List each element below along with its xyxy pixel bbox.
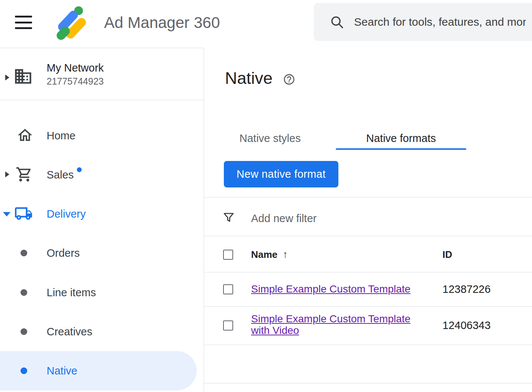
sidebar-item-label: Creatives <box>47 325 93 338</box>
column-header-label: Name <box>251 248 278 261</box>
top-bar: Ad Manager 360 <box>0 0 532 48</box>
column-header-name[interactable]: Name ↑ <box>251 248 288 261</box>
network-building-icon <box>13 67 33 86</box>
ad-manager-logo-icon <box>54 6 90 41</box>
tab-native-styles[interactable]: Native styles <box>204 127 336 150</box>
divider <box>204 236 532 236</box>
network-selector[interactable]: My Network 21775744923 <box>0 57 204 98</box>
app-title: Ad Manager 360 <box>104 13 220 32</box>
search-input[interactable] <box>354 16 526 28</box>
filter-icon[interactable] <box>222 211 236 225</box>
sidebar-item-native[interactable]: Native <box>0 351 197 391</box>
native-format-link[interactable]: Simple Example Custom Template with Vide… <box>251 313 428 336</box>
divider <box>204 272 532 272</box>
tab-label: Native styles <box>240 132 301 145</box>
network-name: My Network <box>47 61 104 74</box>
page-title: Native <box>225 69 273 88</box>
sidebar-item-creatives[interactable]: Creatives <box>0 312 204 351</box>
sidebar-item-orders[interactable]: Orders <box>0 233 204 272</box>
bullet-icon <box>21 328 27 335</box>
native-format-id: 12387226 <box>442 283 491 295</box>
divider <box>204 383 532 383</box>
main-content: Native Native styles Native formats New … <box>204 48 532 392</box>
divider <box>204 345 532 345</box>
bullet-icon <box>21 250 27 256</box>
help-icon[interactable] <box>283 73 295 86</box>
page-title-row: Native <box>225 69 295 88</box>
sidebar-item-label: Line items <box>47 286 96 298</box>
row-checkbox[interactable] <box>223 284 233 294</box>
expand-right-icon <box>5 75 9 80</box>
native-format-link[interactable]: Simple Example Custom Template <box>251 283 410 295</box>
active-tab-indicator <box>336 148 466 150</box>
sort-ascending-icon[interactable]: ↑ <box>283 248 288 261</box>
sidebar-item-label: Orders <box>47 247 80 259</box>
cart-icon <box>16 166 33 183</box>
ad-manager-app: Ad Manager 360 My Network 21775744923 <box>0 0 532 392</box>
global-search[interactable] <box>314 3 532 41</box>
tab-bar: Native styles Native formats <box>204 127 532 150</box>
sidebar-item-label: Home <box>47 129 75 142</box>
sidebar-item-delivery[interactable]: Delivery <box>0 194 204 233</box>
tab-label: Native formats <box>366 132 436 145</box>
expand-right-icon <box>5 171 9 177</box>
sidebar-item-label: Sales <box>47 168 74 181</box>
collapse-down-icon <box>3 212 10 216</box>
column-header-label: ID <box>442 249 452 260</box>
column-header-id: ID <box>442 248 452 261</box>
sidebar: My Network 21775744923 Home Sales <box>0 48 204 392</box>
add-new-filter[interactable]: Add new filter <box>251 212 317 225</box>
native-format-id: 12406343 <box>442 319 491 331</box>
home-icon <box>16 127 34 144</box>
divider <box>0 100 204 100</box>
network-id: 21775744923 <box>47 76 104 87</box>
sidebar-item-label: Delivery <box>47 208 86 220</box>
row-checkbox[interactable] <box>223 320 233 331</box>
divider <box>204 306 532 307</box>
divider <box>204 197 532 197</box>
select-all-checkbox[interactable] <box>223 250 233 260</box>
bullet-icon <box>21 367 27 374</box>
sidebar-item-home[interactable]: Home <box>0 116 204 155</box>
sidebar-item-label: Native <box>47 365 77 377</box>
network-text: My Network 21775744923 <box>47 61 104 87</box>
notification-dot <box>77 167 82 172</box>
bullet-icon <box>21 289 27 296</box>
tab-native-formats[interactable]: Native formats <box>336 127 466 150</box>
truck-icon <box>14 204 33 223</box>
search-icon <box>329 15 344 29</box>
new-native-format-button[interactable]: New native format <box>224 161 338 187</box>
sidebar-item-sales[interactable]: Sales <box>0 155 204 194</box>
menu-icon[interactable] <box>15 16 32 29</box>
sidebar-item-line-items[interactable]: Line items <box>0 273 204 312</box>
